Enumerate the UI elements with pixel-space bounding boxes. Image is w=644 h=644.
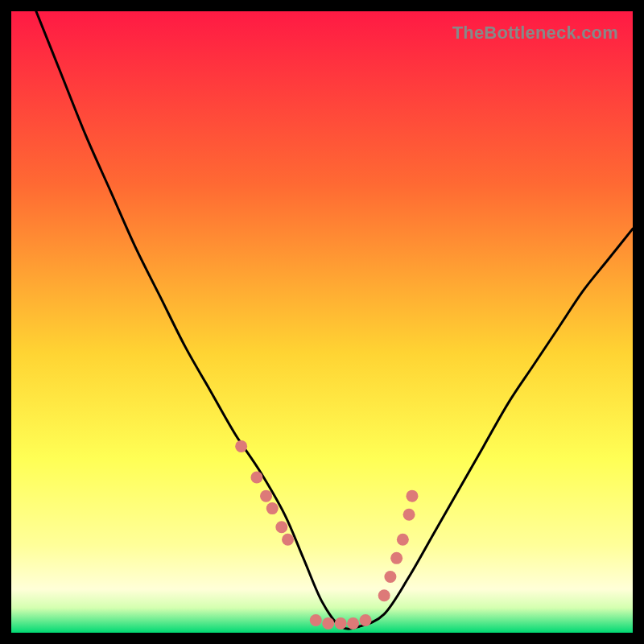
- svg-rect-0: [11, 11, 633, 633]
- chart-frame: TheBottleneck.com: [11, 11, 633, 633]
- watermark-text: TheBottleneck.com: [452, 23, 618, 43]
- chart-background-gradient: [11, 11, 633, 633]
